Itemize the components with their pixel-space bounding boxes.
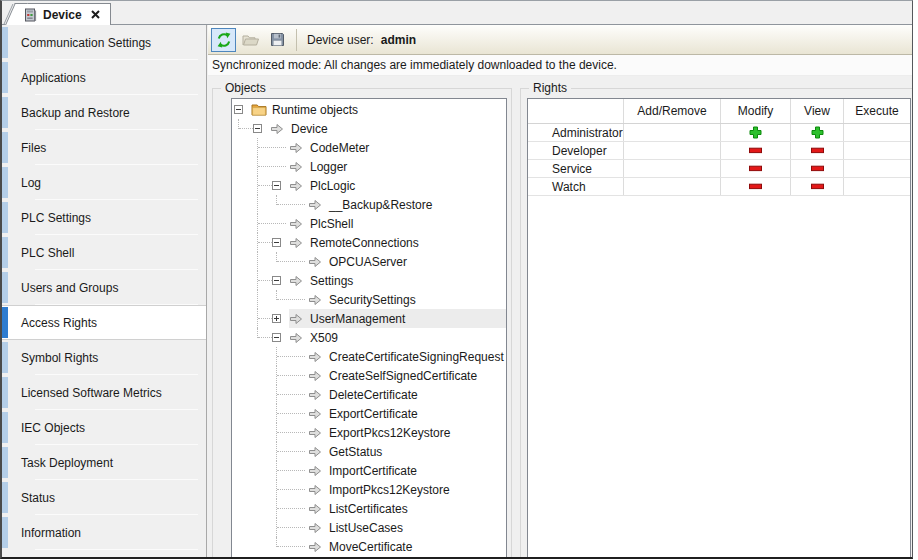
tree-connector-line [258, 147, 286, 148]
tree-node-device[interactable]: Device [232, 119, 506, 138]
sidebar-item-information[interactable]: Information [2, 515, 206, 550]
refresh-icon [216, 32, 232, 48]
tree-node-settings[interactable]: Settings [232, 271, 506, 290]
tree-node-usermanagement[interactable]: UserManagement [232, 309, 506, 328]
sidebar-item-plc-settings[interactable]: PLC Settings [2, 200, 206, 235]
rights-column-header-add-remove: Add/Remove [624, 99, 721, 123]
sidebar-item-strip [2, 447, 8, 478]
tree-node-backup-restore[interactable]: __Backup&Restore [232, 195, 506, 214]
collapse-minus-icon[interactable] [272, 181, 281, 190]
tree-node-securitysettings[interactable]: SecuritySettings [232, 290, 506, 309]
permission-cell-execute-administrator[interactable] [844, 124, 910, 141]
sync-mode-message-row: Synchronized mode: All changes are immed… [208, 55, 912, 76]
permission-cell-modify-administrator[interactable] [721, 124, 791, 141]
permission-cell-add_remove-service[interactable] [624, 160, 721, 177]
open-button[interactable] [238, 28, 263, 52]
permission-granted-icon [811, 126, 824, 139]
tree-node-label: CreateSelfSignedCertificate [326, 366, 480, 385]
collapse-minus-icon[interactable] [272, 238, 281, 247]
collapse-minus-icon[interactable] [272, 276, 281, 285]
sidebar-item-applications[interactable]: Applications [2, 60, 206, 95]
sidebar-item-label: Users and Groups [21, 281, 118, 295]
tree-node-plcshell[interactable]: PlcShell [232, 214, 506, 233]
permission-cell-view-administrator[interactable] [791, 124, 844, 141]
sidebar-item-access-rights[interactable]: Access Rights [2, 305, 206, 340]
tree-connector-line [277, 470, 305, 471]
tree-connector-line [277, 527, 305, 528]
close-icon[interactable] [90, 9, 102, 21]
sidebar-item-communication-settings[interactable]: Communication Settings [2, 25, 206, 60]
permission-cell-view-service[interactable] [791, 160, 844, 177]
permission-cell-add_remove-developer[interactable] [624, 142, 721, 159]
tree-node-label: ListCertificates [326, 499, 411, 518]
tree-node-deletecertificate[interactable]: DeleteCertificate [232, 385, 506, 404]
permission-denied-icon [811, 144, 824, 157]
tree-node-remoteconnections[interactable]: RemoteConnections [232, 233, 506, 252]
folder-icon [251, 103, 267, 116]
tree-node-x509[interactable]: X509 [232, 328, 506, 347]
collapse-minus-icon[interactable] [272, 333, 281, 342]
collapse-minus-icon[interactable] [234, 105, 243, 114]
permission-cell-execute-watch[interactable] [844, 178, 910, 195]
collapse-minus-icon[interactable] [253, 124, 262, 133]
sidebar-item-task-deployment[interactable]: Task Deployment [2, 445, 206, 480]
rights-table-header-row: Add/RemoveModifyViewExecute [528, 99, 910, 124]
sidebar-item-strip [2, 272, 8, 303]
permission-cell-view-developer[interactable] [791, 142, 844, 159]
tree-node-label: DeleteCertificate [326, 385, 421, 404]
tree-node-label: PlcShell [307, 214, 356, 233]
tree-node-createselfsignedcertificate[interactable]: CreateSelfSignedCertificate [232, 366, 506, 385]
permission-cell-add_remove-administrator[interactable] [624, 124, 721, 141]
permission-cell-view-watch[interactable] [791, 178, 844, 195]
tree-node-plclogic[interactable]: PlcLogic [232, 176, 506, 195]
tree-node-label: OPCUAServer [326, 252, 410, 271]
tree-guide-line [257, 290, 258, 309]
tree-node-exportpkcs12keystore[interactable]: ExportPkcs12Keystore [232, 423, 506, 442]
permission-cell-modify-service[interactable] [721, 160, 791, 177]
tree-node-listcertificates[interactable]: ListCertificates [232, 499, 506, 518]
permission-denied-icon [811, 180, 824, 193]
rights-role-label: Watch [528, 178, 624, 195]
sidebar-item-label: Status [21, 491, 55, 505]
sidebar-item-iec-objects[interactable]: IEC Objects [2, 410, 206, 445]
sidebar-item-users-and-groups[interactable]: Users and Groups [2, 270, 206, 305]
tree-guide-line [257, 252, 258, 271]
sidebar-item-status[interactable]: Status [2, 480, 206, 515]
tree-node-exportcertificate[interactable]: ExportCertificate [232, 404, 506, 423]
rights-role-label: Service [528, 160, 624, 177]
device-user-value: admin [381, 33, 416, 47]
tree-node-runtime-objects[interactable]: Runtime objects [232, 100, 506, 119]
object-arrow-icon [308, 426, 324, 439]
permission-cell-modify-developer[interactable] [721, 142, 791, 159]
permission-cell-modify-watch[interactable] [721, 178, 791, 195]
tree-node-label: ImportCertificate [326, 461, 420, 480]
rights-role-label: Developer [528, 142, 624, 159]
tab-device[interactable]: Device [16, 3, 111, 25]
permission-cell-add_remove-watch[interactable] [624, 178, 721, 195]
sidebar-item-log[interactable]: Log [2, 165, 206, 200]
expand-plus-icon[interactable] [272, 314, 281, 323]
tree-node-importpkcs12keystore[interactable]: ImportPkcs12Keystore [232, 480, 506, 499]
refresh-button[interactable] [211, 28, 236, 52]
sidebar-item-backup-and-restore[interactable]: Backup and Restore [2, 95, 206, 130]
object-arrow-icon [308, 502, 324, 515]
sidebar-item-files[interactable]: Files [2, 130, 206, 165]
tree-node-listusecases[interactable]: ListUseCases [232, 518, 506, 537]
sidebar-item-label: Communication Settings [21, 36, 151, 50]
editor-panel: Device user: admin Synchronized mode: Al… [208, 25, 912, 557]
tree-node-opcuaserver[interactable]: OPCUAServer [232, 252, 506, 271]
tree-node-createcertificatesigningrequest[interactable]: CreateCertificateSigningRequest [232, 347, 506, 366]
tree-connector-line [258, 280, 272, 281]
tree-node-logger[interactable]: Logger [232, 157, 506, 176]
permission-cell-execute-service[interactable] [844, 160, 910, 177]
tree-node-codemeter[interactable]: CodeMeter [232, 138, 506, 157]
tree-node-importcertificate[interactable]: ImportCertificate [232, 461, 506, 480]
save-button[interactable] [265, 28, 290, 52]
sidebar-item-licensed-software-metrics[interactable]: Licensed Software Metrics [2, 375, 206, 410]
sidebar-item-symbol-rights[interactable]: Symbol Rights [2, 340, 206, 375]
permission-cell-execute-developer[interactable] [844, 142, 910, 159]
object-arrow-icon [308, 369, 324, 382]
sidebar-item-plc-shell[interactable]: PLC Shell [2, 235, 206, 270]
tree-node-getstatus[interactable]: GetStatus [232, 442, 506, 461]
tree-node-movecertificate[interactable]: MoveCertificate [232, 537, 506, 556]
